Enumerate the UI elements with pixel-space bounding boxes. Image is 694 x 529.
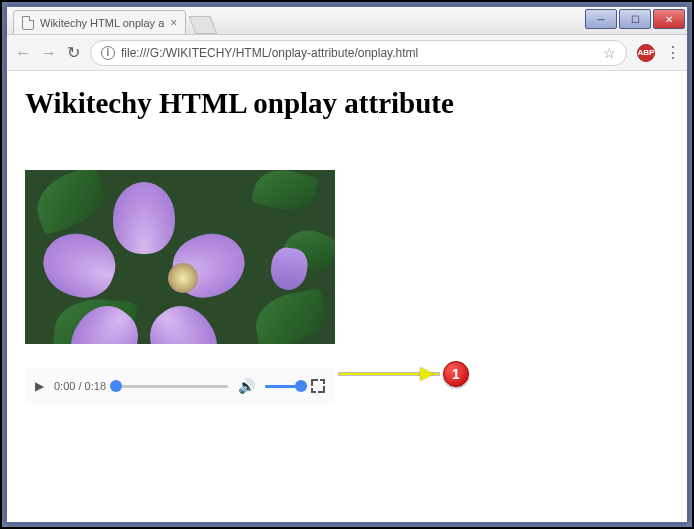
menu-button[interactable]: ⋮ (665, 43, 679, 62)
duration: 0:18 (85, 380, 106, 392)
browser-tab[interactable]: Wikitechy HTML onplay a × (13, 10, 186, 34)
address-bar[interactable]: i file:///G:/WIKITECHY/HTML/onplay-attri… (90, 40, 627, 66)
decorative-leaf (29, 170, 112, 235)
video-frame[interactable] (25, 170, 335, 344)
seek-slider[interactable] (116, 385, 228, 388)
volume-icon[interactable]: 🔊 (238, 378, 255, 394)
forward-button[interactable]: → (41, 44, 57, 62)
close-window-button[interactable]: ✕ (653, 9, 685, 29)
annotation-arrow (339, 373, 439, 375)
minimize-button[interactable]: ─ (585, 9, 617, 29)
site-info-icon[interactable]: i (101, 46, 115, 60)
time-separator: / (78, 380, 81, 392)
toolbar: ← → ↻ i file:///G:/WIKITECHY/HTML/onplay… (7, 35, 687, 71)
page-content: Wikitechy HTML onplay attribute ▶ 0:00 / (7, 71, 687, 522)
window-controls: ─ ☐ ✕ (585, 7, 687, 34)
new-tab-button[interactable] (189, 16, 218, 34)
decorative-bud (268, 246, 309, 293)
tabstrip: Wikitechy HTML onplay a × (7, 7, 585, 34)
decorative-leaf (251, 288, 329, 344)
reload-button[interactable]: ↻ (67, 43, 80, 62)
volume-slider[interactable] (265, 385, 301, 388)
titlebar: Wikitechy HTML onplay a × ─ ☐ ✕ (7, 7, 687, 35)
video-player: ▶ 0:00 / 0:18 🔊 (25, 170, 335, 404)
current-time: 0:00 (54, 380, 75, 392)
decorative-leaf (251, 170, 319, 217)
video-controls: ▶ 0:00 / 0:18 🔊 (25, 368, 335, 404)
maximize-button[interactable]: ☐ (619, 9, 651, 29)
url-text: file:///G:/WIKITECHY/HTML/onplay-attribu… (121, 46, 597, 60)
page-heading: Wikitechy HTML onplay attribute (25, 87, 669, 120)
fullscreen-button[interactable] (311, 379, 325, 393)
decorative-flower (113, 218, 253, 338)
adblock-icon[interactable]: ABP (637, 44, 655, 62)
play-button[interactable]: ▶ (35, 379, 44, 393)
tab-close-icon[interactable]: × (170, 16, 177, 30)
back-button[interactable]: ← (15, 44, 31, 62)
tab-title: Wikitechy HTML onplay a (40, 17, 164, 29)
time-display: 0:00 / 0:18 (54, 380, 106, 392)
browser-window: Wikitechy HTML onplay a × ─ ☐ ✕ ← → ↻ i … (6, 6, 688, 523)
annotation-badge: 1 (443, 361, 469, 387)
bookmark-star-icon[interactable]: ☆ (603, 45, 616, 61)
file-icon (22, 16, 34, 30)
